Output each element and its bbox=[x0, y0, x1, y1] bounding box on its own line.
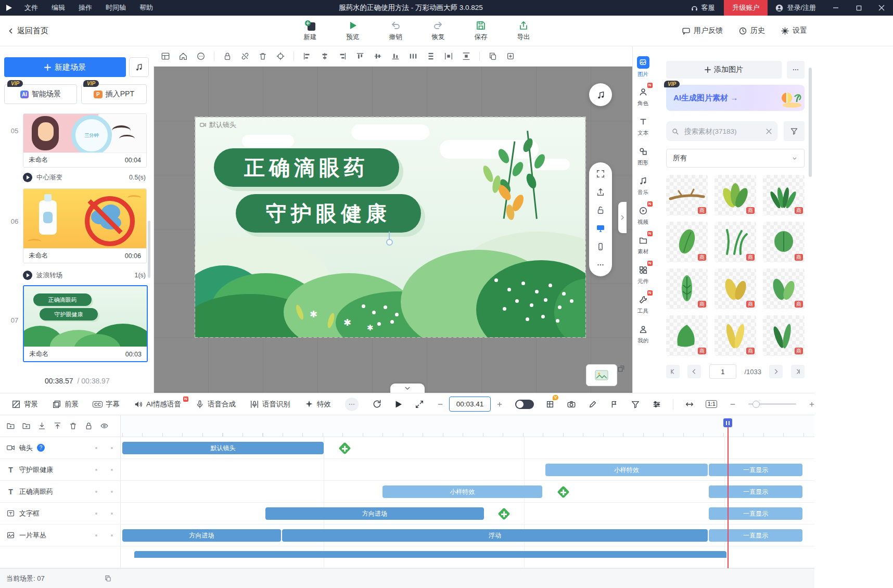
voice-recognition-button[interactable]: 语音识别 bbox=[250, 400, 290, 409]
delete-track-icon[interactable] bbox=[69, 421, 78, 430]
align-middle-vertical-icon[interactable] bbox=[373, 52, 382, 61]
preview-mode-toggle[interactable] bbox=[515, 400, 534, 409]
edit-icon[interactable] bbox=[588, 399, 598, 410]
materials-more-button[interactable] bbox=[787, 61, 805, 79]
align-bottom-icon[interactable] bbox=[391, 52, 400, 61]
material-item-single-leaf[interactable]: 商 bbox=[666, 222, 708, 262]
subtitles-button[interactable]: CC 字幕 bbox=[93, 400, 120, 409]
page-input[interactable] bbox=[709, 364, 736, 379]
timeline-bar-always-show-3[interactable]: 一直显示 bbox=[709, 507, 802, 520]
lock-track-icon[interactable] bbox=[84, 421, 93, 430]
space-evenly-vertical-icon[interactable] bbox=[462, 52, 471, 61]
tab-mine[interactable]: 我的 bbox=[633, 319, 654, 349]
detach-preview-icon[interactable] bbox=[618, 365, 624, 372]
minimize-button[interactable] bbox=[824, 0, 847, 16]
new-scene-button[interactable]: 新建场景 bbox=[4, 57, 126, 77]
timeline-zoom-slider[interactable] bbox=[748, 403, 796, 405]
panel-collapse-handle[interactable] bbox=[618, 202, 627, 233]
flag-icon[interactable] bbox=[609, 399, 619, 410]
tab-video[interactable]: N 视频 bbox=[633, 200, 654, 230]
timeline-lanes[interactable] bbox=[121, 437, 814, 568]
canvas-banner-1[interactable]: 正确滴眼药 bbox=[214, 148, 399, 187]
slider-knob[interactable] bbox=[752, 401, 760, 408]
align-right-icon[interactable] bbox=[338, 52, 347, 61]
material-item-feather-leaf[interactable]: 商 bbox=[666, 269, 708, 309]
effects-button[interactable]: 特效 bbox=[304, 400, 331, 409]
customer-service-button[interactable]: 客服 bbox=[691, 3, 715, 12]
delete-icon[interactable] bbox=[258, 52, 267, 61]
time-decrease-button[interactable] bbox=[436, 400, 445, 409]
timeline-bar-partial[interactable] bbox=[134, 551, 726, 558]
fit-width-icon[interactable] bbox=[684, 399, 695, 410]
timeline-bar-sample-effect-2[interactable]: 小样特效 bbox=[382, 485, 542, 498]
zoom-in-button[interactable] bbox=[807, 400, 817, 409]
tab-components[interactable]: N 元件 bbox=[633, 260, 654, 289]
ungroup-icon[interactable] bbox=[22, 421, 31, 430]
current-time[interactable]: 00:03.41 bbox=[449, 397, 491, 412]
next-page-button[interactable] bbox=[769, 365, 783, 378]
screenshot-icon[interactable] bbox=[566, 399, 577, 410]
close-button[interactable] bbox=[870, 0, 893, 16]
fullscreen-icon[interactable] bbox=[595, 169, 606, 179]
menu-operate[interactable]: 操作 bbox=[72, 0, 99, 16]
filter-button[interactable] bbox=[784, 121, 805, 141]
new-button[interactable]: 新建 bbox=[296, 18, 325, 44]
material-item-yellow-leaf-pair[interactable]: 商 bbox=[715, 269, 756, 309]
track-header-partial[interactable] bbox=[0, 546, 121, 568]
more-options-icon[interactable] bbox=[196, 52, 206, 61]
storyboard-icon[interactable] bbox=[161, 52, 170, 61]
prev-page-button[interactable] bbox=[687, 365, 701, 378]
export-view-icon[interactable] bbox=[595, 187, 606, 197]
material-item-round-leaf[interactable]: 商 bbox=[763, 222, 805, 262]
unlock-icon[interactable] bbox=[595, 205, 606, 215]
track-header-text-2[interactable]: T 正确滴眼药 bbox=[0, 481, 121, 503]
copy-scene-icon[interactable] bbox=[104, 574, 112, 583]
ai-generate-banner[interactable]: VIP AI生成图片素材 → bbox=[666, 85, 805, 111]
material-item-dry-branch[interactable]: 商 bbox=[666, 175, 708, 215]
material-item-green-blades[interactable]: 商 bbox=[763, 315, 805, 356]
move-up-icon[interactable] bbox=[53, 421, 62, 430]
settings-button[interactable]: 设置 bbox=[781, 26, 807, 35]
track-options[interactable] bbox=[95, 491, 113, 493]
scrollbar[interactable] bbox=[809, 68, 812, 177]
timeline-bar-direction-entrance-2[interactable]: 方向进场 bbox=[122, 529, 281, 542]
timeline-bar-default-camera[interactable]: 默认镜头 bbox=[122, 442, 324, 454]
material-item-yellow-green-plant[interactable]: 商 bbox=[715, 175, 756, 215]
canvas[interactable]: ✱ ✱ ✱ 正确滴眼药 守护眼健康 默认镜头 bbox=[195, 117, 585, 337]
category-dropdown[interactable]: 所有 bbox=[666, 149, 805, 168]
play-button[interactable] bbox=[393, 399, 403, 410]
scrollbar[interactable] bbox=[148, 221, 150, 278]
fullscreen-preview-button[interactable] bbox=[414, 399, 425, 410]
menu-file[interactable]: 文件 bbox=[18, 0, 45, 16]
timeline-bar-always-show-1[interactable]: 一直显示 bbox=[709, 464, 802, 476]
feedback-button[interactable]: 用户反馈 bbox=[682, 26, 723, 35]
selection-handle[interactable] bbox=[389, 232, 390, 239]
history-button[interactable]: 历史 bbox=[738, 26, 765, 35]
preview-button[interactable]: 预览 bbox=[338, 18, 367, 44]
zoom-1-1-button[interactable]: 1:1 bbox=[706, 400, 717, 408]
undo-button[interactable]: 撤销 bbox=[381, 18, 410, 44]
distribute-horizontal-icon[interactable] bbox=[409, 52, 418, 61]
more-tools-button[interactable] bbox=[345, 398, 359, 411]
space-evenly-horizontal-icon[interactable] bbox=[444, 52, 453, 61]
playhead-handle[interactable] bbox=[723, 418, 732, 427]
paste-duplicate-icon[interactable] bbox=[506, 52, 515, 61]
add-group-icon[interactable] bbox=[6, 421, 15, 430]
track-header-camera[interactable]: 镜头 ? bbox=[0, 437, 121, 459]
voice-synthesis-button[interactable]: 语音合成 bbox=[195, 400, 236, 409]
save-button[interactable]: 保存 bbox=[466, 18, 495, 44]
last-page-button[interactable] bbox=[791, 365, 805, 378]
align-left-icon[interactable] bbox=[302, 52, 312, 61]
material-item-wavy-leaf[interactable]: 商 bbox=[666, 315, 708, 356]
align-center-horizontal-icon[interactable] bbox=[320, 52, 329, 61]
add-image-button[interactable]: 添加图片 bbox=[666, 61, 782, 79]
tab-character[interactable]: N 角色 bbox=[633, 82, 654, 111]
copy-icon[interactable] bbox=[488, 52, 497, 61]
track-header-textbox[interactable]: 文字框 bbox=[0, 503, 121, 525]
tab-assets[interactable]: N 素材 bbox=[633, 230, 654, 260]
tab-image[interactable]: 图片 bbox=[633, 52, 654, 82]
stage-collapse-button[interactable] bbox=[390, 384, 425, 393]
scene-card-07-selected[interactable]: 正确滴眼药 守护眼健康 未命名00:03 bbox=[23, 285, 148, 362]
scene-card-05[interactable]: 三分钟 未命名00:04 bbox=[23, 113, 147, 168]
zoom-out-button[interactable] bbox=[728, 400, 737, 409]
